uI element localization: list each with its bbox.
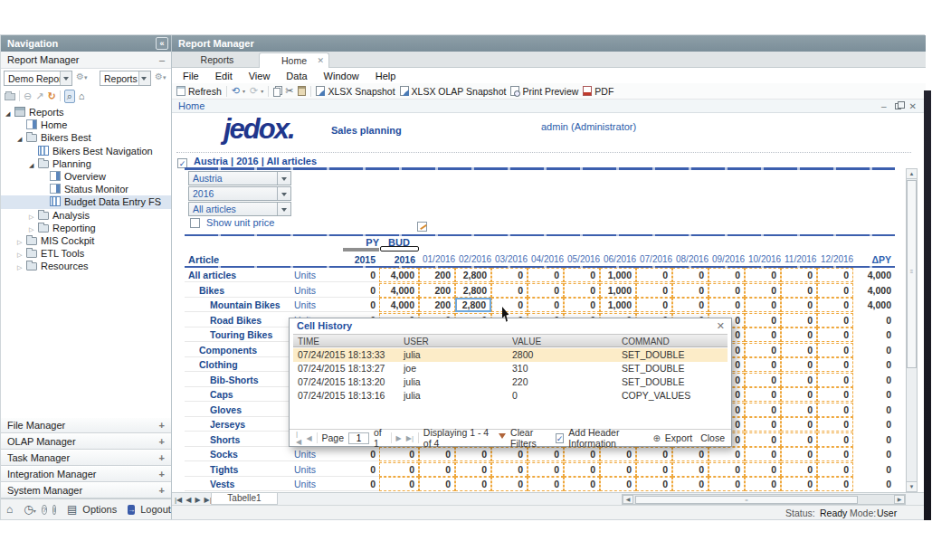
chevron-down-icon[interactable]: [277, 203, 290, 215]
help-icon[interactable]: ?: [42, 505, 47, 515]
cell-tights-11-2016[interactable]: 0: [781, 462, 817, 477]
tree-item-etl-tools[interactable]: ETL Tools: [1, 247, 171, 260]
close-button[interactable]: Close: [700, 432, 725, 443]
cell-shorts-10-2016[interactable]: 0: [745, 432, 781, 447]
cell-vests-06-2016[interactable]: 0: [600, 477, 636, 491]
restore-icon[interactable]: [895, 103, 901, 109]
dialog-col-header-value[interactable]: VALUE: [508, 335, 617, 348]
cell-caps-12-2016[interactable]: 0: [817, 387, 853, 402]
cell-bib-shorts-11-2016[interactable]: 0: [781, 373, 817, 387]
scroll-up-icon[interactable]: ▲: [907, 169, 917, 179]
cell-vests-12-2016[interactable]: 0: [817, 477, 853, 491]
cell-jerseys-11-2016[interactable]: 0: [781, 417, 817, 432]
logout-button[interactable]: Logout: [140, 504, 171, 515]
options-button[interactable]: Options: [82, 504, 117, 515]
menu-file[interactable]: File: [175, 71, 207, 81]
add-header-label[interactable]: Add Header Information: [568, 427, 648, 449]
cell-all-articles-03-2016[interactable]: 0: [491, 268, 528, 282]
first-page-icon[interactable]: |◀: [296, 430, 302, 446]
horizontal-scrollbar[interactable]: ◀ = ▶: [622, 494, 906, 505]
sidebar-panel-file-manager[interactable]: File Manager+: [1, 417, 171, 433]
chevron-down-icon[interactable]: [60, 71, 71, 85]
tree-item-budget-data-entry-fs[interactable]: Budget Data Entry FS: [1, 195, 171, 208]
collapse-arrow-icon[interactable]: [5, 108, 14, 120]
cell-all-articles-08-2016[interactable]: 0: [672, 268, 709, 282]
cell-jerseys-12-2016[interactable]: 0: [817, 417, 853, 432]
export-button[interactable]: Export: [665, 432, 692, 443]
cell-clothing-12-2016[interactable]: 0: [817, 357, 853, 372]
cell-note-icon[interactable]: [417, 222, 427, 232]
sidebar-panel-integration-manager[interactable]: Integration Manager+: [1, 466, 171, 482]
cell-mountain-bikes-11-2016[interactable]: 0: [781, 298, 817, 312]
year-filter-select[interactable]: 2016: [188, 186, 291, 201]
cell-vests-09-2016[interactable]: 0: [709, 477, 745, 491]
cell-gloves-10-2016[interactable]: 0: [745, 403, 781, 417]
cell-socks-02-2016[interactable]: 0: [455, 447, 491, 461]
cell-all-articles-12-2016[interactable]: 0: [817, 268, 853, 282]
menu-view[interactable]: View: [241, 71, 279, 81]
tree-item-resources[interactable]: Resources: [1, 260, 171, 272]
page-input[interactable]: [348, 432, 369, 444]
close-icon[interactable]: ✕: [909, 101, 917, 111]
cell-mountain-bikes-01-2016[interactable]: 200: [419, 298, 455, 312]
cell-components-11-2016[interactable]: 0: [781, 343, 817, 357]
cell-road-bikes-11-2016[interactable]: 0: [781, 313, 817, 327]
copy-icon[interactable]: [273, 88, 281, 97]
cell-socks-09-2016[interactable]: 0: [709, 447, 745, 461]
section-collapse-icon[interactable]: –: [159, 52, 165, 69]
minimize-icon[interactable]: –: [881, 101, 887, 111]
tree-item-bikers-best[interactable]: Bikers Best: [1, 131, 171, 144]
cell-mountain-bikes-04-2016[interactable]: 0: [528, 298, 564, 312]
horizontal-scrollbar-thumb[interactable]: =: [635, 496, 858, 504]
cell-tights-01-2016[interactable]: 0: [419, 462, 455, 477]
tree-item-mis-cockpit[interactable]: MIS Cockpit: [1, 234, 171, 247]
cell-mountain-bikes-06-2016[interactable]: 1,000: [600, 298, 636, 312]
print-preview-button[interactable]: Print Preview: [510, 86, 578, 97]
cell-all-articles-02-2016[interactable]: 2,800: [455, 268, 491, 282]
cell-touring-bikes-10-2016[interactable]: 0: [745, 327, 781, 342]
logout-icon[interactable]: →: [128, 505, 135, 515]
dialog-col-header-command[interactable]: COMMAND: [617, 335, 722, 348]
cell-bib-shorts-12-2016[interactable]: 0: [817, 373, 853, 387]
next-page-icon[interactable]: ▶: [396, 434, 402, 442]
menu-edit[interactable]: Edit: [207, 71, 241, 81]
cell-all-articles-10-2016[interactable]: 0: [745, 268, 781, 282]
cell-tights-2016[interactable]: 0: [379, 462, 419, 477]
cell-tights-05-2016[interactable]: 0: [564, 462, 600, 477]
cell-socks-12-2016[interactable]: 0: [817, 447, 853, 461]
cell-bikes-11-2016[interactable]: 0: [781, 283, 817, 298]
cell-mountain-bikes-2016[interactable]: 4,000: [379, 298, 419, 312]
cell-socks-2016[interactable]: 0: [379, 447, 419, 461]
expand-plus-icon[interactable]: +: [159, 418, 165, 433]
cell-all-articles-05-2016[interactable]: 0: [564, 268, 600, 282]
expand-plus-icon[interactable]: +: [159, 434, 165, 450]
cell-bikes-02-2016[interactable]: 2,800: [455, 283, 491, 298]
add-header-checkbox[interactable]: [556, 433, 565, 443]
gear-icon[interactable]: ⚙▾: [76, 71, 87, 81]
history-row-1[interactable]: 07/24/2015 18:13:27joe310SET_DOUBLE: [293, 362, 728, 375]
menu-help[interactable]: Help: [367, 71, 404, 81]
options-icon[interactable]: ▤: [67, 503, 77, 516]
link-icon[interactable]: ↗: [35, 90, 43, 102]
cell-clothing-11-2016[interactable]: 0: [781, 357, 817, 372]
prev-sheet-icon[interactable]: ◀: [185, 496, 191, 504]
cut-scissors-icon[interactable]: ✂: [285, 85, 293, 97]
scroll-left-icon[interactable]: ◀: [623, 495, 633, 504]
cell-vests-05-2016[interactable]: 0: [564, 477, 600, 491]
view-select[interactable]: Reports: [100, 71, 151, 86]
last-page-icon[interactable]: ▶|: [406, 434, 414, 442]
cell-mountain-bikes-05-2016[interactable]: 0: [564, 298, 600, 312]
cell-bikes-03-2016[interactable]: 0: [491, 283, 528, 298]
cell-caps-10-2016[interactable]: 0: [745, 387, 781, 402]
report-group-select[interactable]: Demo Reports: [4, 71, 72, 86]
cell-jerseys-10-2016[interactable]: 0: [745, 417, 781, 432]
cell-vests-03-2016[interactable]: 0: [491, 477, 528, 491]
cell-clothing-10-2016[interactable]: 0: [745, 357, 781, 372]
cell-road-bikes-10-2016[interactable]: 0: [745, 313, 781, 327]
cell-mountain-bikes-03-2016[interactable]: 0: [491, 298, 528, 312]
cell-touring-bikes-11-2016[interactable]: 0: [781, 327, 817, 342]
cell-all-articles-04-2016[interactable]: 0: [528, 268, 564, 282]
cell-mountain-bikes-02-2016-selected[interactable]: 2,800: [455, 298, 491, 312]
gear-icon[interactable]: ⚙▾: [155, 71, 166, 81]
cell-vests-2016[interactable]: 0: [379, 477, 419, 491]
